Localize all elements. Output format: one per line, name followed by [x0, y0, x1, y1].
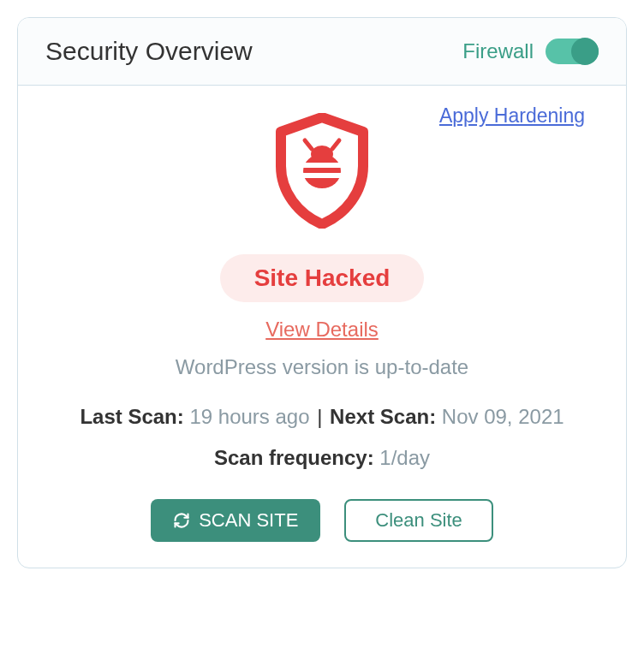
toggle-knob	[571, 38, 599, 65]
last-scan-label: Last Scan:	[80, 405, 183, 428]
wp-version-status: WordPress version is up-to-date	[45, 355, 599, 379]
apply-hardening-link[interactable]: Apply Hardening	[439, 104, 585, 128]
svg-point-5	[311, 146, 333, 163]
firewall-label: Firewall	[462, 39, 534, 63]
scan-site-label: SCAN SITE	[199, 509, 298, 532]
status-icon-wrap	[45, 113, 599, 229]
view-details-link[interactable]: View Details	[45, 318, 599, 342]
card-header: Security Overview Firewall	[18, 18, 626, 86]
scan-site-button[interactable]: SCAN SITE	[151, 499, 320, 542]
scan-info-row: Last Scan: 19 hours ago | Next Scan: Nov…	[45, 405, 599, 429]
card-body: Apply Hardening Site Hacked View Details…	[18, 86, 626, 568]
firewall-toggle[interactable]	[546, 39, 599, 64]
card-title: Security Overview	[45, 37, 253, 66]
security-overview-card: Security Overview Firewall Apply Hardeni…	[17, 17, 627, 568]
next-scan-value: Nov 09, 2021	[442, 405, 564, 428]
scan-frequency-row: Scan frequency: 1/day	[45, 446, 599, 470]
last-scan-value: 19 hours ago	[189, 405, 309, 428]
freq-label: Scan frequency:	[214, 446, 374, 469]
action-buttons: SCAN SITE Clean Site	[45, 499, 599, 542]
clean-site-button[interactable]: Clean Site	[344, 499, 493, 542]
status-badge: Site Hacked	[220, 254, 425, 302]
firewall-control: Firewall	[462, 39, 599, 64]
svg-rect-1	[303, 163, 341, 168]
clean-site-label: Clean Site	[375, 509, 462, 532]
shield-bug-icon	[271, 113, 373, 229]
refresh-icon	[173, 512, 190, 529]
freq-value: 1/day	[379, 446, 430, 469]
scan-divider: |	[317, 405, 322, 428]
svg-rect-2	[303, 173, 341, 178]
next-scan-label: Next Scan:	[330, 405, 436, 428]
